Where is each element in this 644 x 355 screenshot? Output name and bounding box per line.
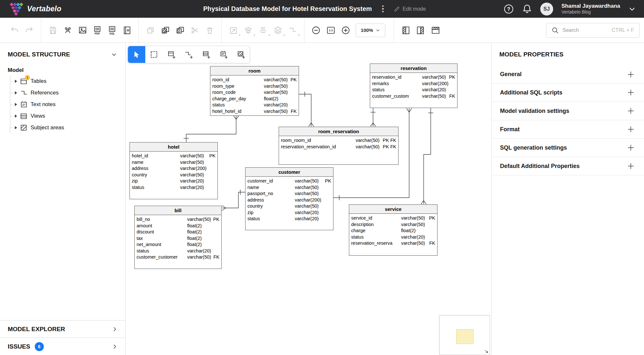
paste-format-button[interactable]: [173, 23, 187, 38]
account-chevron-down-icon[interactable]: [629, 5, 636, 13]
search-input[interactable]: Search CTRL + F: [546, 23, 639, 38]
table-column-row: reservation_reservation_idvarchar(50)PK …: [281, 144, 396, 150]
section-general[interactable]: General: [492, 65, 644, 84]
table-column-row: room_typevarchar(50): [212, 83, 297, 90]
collapse-chevron-icon[interactable]: [111, 52, 117, 57]
table-column-row: passport_novarchar(50): [247, 191, 331, 197]
sidebar-item-text-notes[interactable]: Text notes: [10, 99, 125, 110]
chevron-right-icon: [112, 344, 118, 350]
save-button[interactable]: [45, 23, 60, 38]
section-model-validation-settings[interactable]: Model validation settings: [492, 102, 644, 120]
sidebar-item-references[interactable]: References: [10, 87, 125, 99]
diagram-table-bill[interactable]: bill bill_novarchar(50)PKamountfloat(2)d…: [134, 206, 222, 269]
delete-button[interactable]: [202, 23, 217, 38]
table-column-row: room_codevarchar(50): [212, 89, 297, 96]
marquee-select-tool[interactable]: [145, 46, 163, 63]
vertabelo-logo[interactable]: Vertabelo: [0, 2, 126, 16]
section-default-additional-properties[interactable]: Default Additional Properties: [492, 157, 644, 175]
plus-icon: [627, 126, 634, 133]
edit-mode-label: Edit mode: [403, 6, 426, 12]
notifications-bell-icon[interactable]: [522, 4, 532, 14]
table-column-row: customer_customvarchar(50)FK: [372, 93, 455, 100]
layers-button[interactable]: ▾: [270, 23, 285, 38]
toggle-right-panel-button[interactable]: [413, 23, 428, 38]
relationship-room-room-reservation[interactable]: [299, 92, 314, 126]
model-explorer-section[interactable]: MODEL EXPLORER: [0, 320, 125, 338]
table-title: room_reservation: [279, 127, 398, 136]
minimap[interactable]: [439, 315, 490, 355]
table-column-row: statusvarchar(20): [137, 248, 219, 254]
distribute-button[interactable]: ▾: [255, 23, 270, 38]
sidebar-item-tables[interactable]: ! Tables: [10, 75, 125, 87]
cut-button[interactable]: [187, 23, 202, 38]
relationship-reservation-service[interactable]: [421, 108, 433, 204]
section-sql-generation-settings[interactable]: SQL generation settings: [492, 139, 644, 157]
select-tool[interactable]: [128, 46, 145, 63]
sidebar-item-views[interactable]: Views: [10, 110, 125, 122]
relationship-reservation-room-reservation[interactable]: [370, 108, 376, 126]
user-avatar[interactable]: SJ: [540, 3, 553, 15]
table-column-row: statusvarchar(20): [247, 216, 331, 222]
export-pdf-button[interactable]: PDF: [90, 23, 105, 38]
add-reference-tool[interactable]: [180, 46, 197, 63]
diagram-table-room-reservation[interactable]: room_reservation room_room_idvarchar(50)…: [279, 127, 399, 165]
expander-triangle-icon[interactable]: [15, 126, 17, 129]
diagram-table-customer[interactable]: customer customer_idvarchar(50)PKnamevar…: [245, 167, 333, 230]
copy-format-button[interactable]: [158, 23, 173, 38]
undo-button[interactable]: [7, 23, 22, 38]
add-text-note-tool[interactable]: [215, 46, 232, 63]
export-image-button[interactable]: [75, 23, 90, 38]
expander-triangle-icon[interactable]: [15, 91, 17, 94]
table-column-row: addressvarchar(200): [247, 197, 331, 203]
zoom-out-button[interactable]: [309, 23, 323, 38]
plus-icon: [627, 163, 634, 170]
pencil-icon: [394, 6, 400, 12]
section-format[interactable]: Format: [492, 120, 644, 139]
redo-button[interactable]: [22, 23, 37, 38]
add-subject-area-tool[interactable]: [232, 46, 250, 63]
table-title: bill: [135, 206, 221, 215]
copy-button[interactable]: [143, 23, 158, 38]
table-column-row: customer_customervarchar(50)FK: [137, 254, 219, 261]
align-button[interactable]: ▾: [241, 23, 255, 38]
zoom-in-button[interactable]: [338, 23, 353, 38]
table-title: hotel: [130, 143, 217, 152]
diagram-canvas[interactable]: room room_idvarchar(50)PKroom_typevarcha…: [126, 43, 491, 355]
issues-section[interactable]: ISSUES 6: [0, 338, 125, 355]
user-info[interactable]: Shamal Jayawardhana Vertabelo Blog: [562, 3, 620, 15]
sidebar-item-subject-areas[interactable]: Subject areas: [10, 122, 125, 133]
table-column-row: room_room_idvarchar(50)PK FK: [281, 137, 396, 144]
table-column-row: statusvarchar(20): [372, 87, 455, 93]
add-table-tool[interactable]: [163, 46, 180, 63]
diagram-table-reservation[interactable]: reservation reservation_idvarchar(50)PKr…: [370, 64, 457, 108]
help-icon[interactable]: ?: [504, 4, 514, 14]
relationship-hotel-room[interactable]: [184, 116, 239, 142]
toggle-top-panel-button[interactable]: [428, 23, 443, 38]
expander-triangle-icon[interactable]: [15, 114, 17, 118]
expander-triangle-icon[interactable]: [15, 80, 17, 83]
vertabelo-logo-icon: [10, 2, 24, 16]
share-model-button[interactable]: [60, 23, 75, 38]
edit-mode-toggle[interactable]: Edit mode: [394, 6, 426, 12]
relationship-customer-bill[interactable]: [222, 190, 245, 211]
add-view-tool[interactable]: [197, 46, 215, 63]
expander-triangle-icon[interactable]: [15, 103, 17, 106]
model-documentation-button[interactable]: [120, 23, 134, 38]
minimap-resize-handle[interactable]: [484, 349, 489, 354]
zoom-level-select[interactable]: 100%: [356, 24, 385, 37]
diagram-table-hotel[interactable]: hotel hotel_idvarchar(50)PKnamevarchar(5…: [130, 142, 218, 199]
resize-button[interactable]: ▾: [226, 23, 241, 38]
table-column-row: reservation_idvarchar(50)PK: [372, 74, 455, 81]
section-additional-sql-scripts[interactable]: Additional SQL scripts: [492, 84, 644, 102]
reference-style-button[interactable]: ▾: [285, 23, 300, 38]
diagram-table-room[interactable]: room room_idvarchar(50)PKroom_typevarcha…: [210, 66, 299, 116]
model-structure-title: MODEL STRUCTURE: [8, 51, 70, 58]
toggle-left-panel-button[interactable]: [398, 23, 413, 38]
add-reference-icon: [185, 50, 193, 59]
document-menu-kebab-icon[interactable]: [380, 4, 386, 14]
export-sql-button[interactable]: SQL: [105, 23, 120, 38]
plus-icon: [627, 144, 634, 151]
diagram-table-service[interactable]: service service_idvarchar(50)PKdescripti…: [349, 204, 437, 256]
svg-text:SQL: SQL: [109, 32, 115, 35]
one-to-one-zoom-button[interactable]: 1:1: [323, 23, 338, 38]
